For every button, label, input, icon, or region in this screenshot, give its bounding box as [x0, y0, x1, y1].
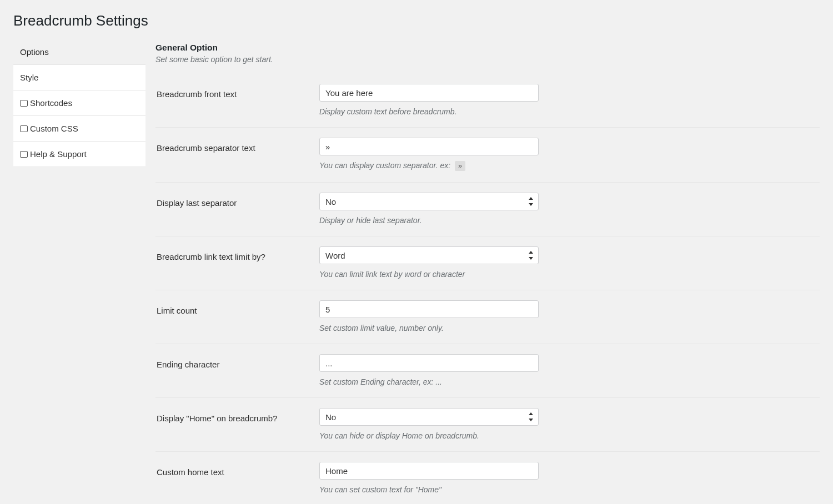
help-ending-char: Set custom Ending character, ex: ...: [319, 377, 809, 386]
tab-style-label: Style: [20, 73, 38, 82]
tab-custom-css-label: Custom CSS: [30, 124, 78, 133]
section-subtitle: Set some basic option to get start.: [155, 55, 820, 64]
input-front-text[interactable]: [319, 84, 539, 102]
label-separator-text: Breadcrumb separator text: [155, 128, 319, 183]
input-home-text[interactable]: [319, 462, 539, 480]
label-ending-char: Ending character: [155, 344, 319, 398]
sidebar-tabs: Options Style Shortcodes Custom CSS Help…: [13, 39, 145, 167]
tab-shortcodes-label: Shortcodes: [30, 98, 72, 108]
select-last-separator[interactable]: No: [319, 193, 539, 210]
section-header: General Option Set some basic option to …: [155, 39, 820, 66]
separator-example-chip: »: [455, 161, 465, 171]
label-display-home: Display "Home" on breadcrumb?: [155, 398, 319, 452]
row-front-text: Breadcrumb front text Display custom tex…: [155, 74, 820, 128]
row-limit-by: Breadcrumb link text limit by? Word You …: [155, 236, 820, 290]
layout: Options Style Shortcodes Custom CSS Help…: [13, 39, 820, 504]
help-limit-by: You can limit link text by word or chara…: [319, 270, 809, 279]
row-separator-text: Breadcrumb separator text You can displa…: [155, 128, 820, 183]
form-table: Breadcrumb front text Display custom tex…: [155, 74, 820, 504]
row-last-separator: Display last separator No Display or hid…: [155, 183, 820, 236]
tab-style[interactable]: Style: [13, 64, 145, 90]
tab-shortcodes[interactable]: Shortcodes: [13, 90, 145, 115]
help-last-separator: Display or hide last separator.: [319, 216, 809, 225]
page-title: Breadcrumb Settings: [13, 0, 820, 39]
tab-options[interactable]: Options: [13, 39, 145, 64]
tab-custom-css[interactable]: Custom CSS: [13, 115, 145, 141]
help-home-text: You can set custom text for "Home": [319, 485, 809, 494]
square-icon: [20, 100, 28, 107]
label-front-text: Breadcrumb front text: [155, 74, 319, 128]
input-ending-char[interactable]: [319, 354, 539, 372]
tab-options-label: Options: [20, 47, 49, 57]
input-limit-count[interactable]: [319, 300, 539, 318]
help-front-text: Display custom text before breadcrumb.: [319, 107, 809, 116]
row-limit-count: Limit count Set custom limit value, numb…: [155, 290, 820, 344]
select-limit-by[interactable]: Word: [319, 246, 539, 264]
label-home-text: Custom home text: [155, 452, 319, 504]
help-display-home: You can hide or display Home on breadcru…: [319, 431, 809, 440]
settings-panel: General Option Set some basic option to …: [145, 39, 820, 504]
tab-help-support-label: Help & Support: [30, 149, 87, 159]
help-separator-text: You can display custom separator. ex: »: [319, 161, 809, 171]
row-home-text: Custom home text You can set custom text…: [155, 452, 820, 504]
tab-help-support[interactable]: Help & Support: [13, 141, 145, 167]
row-display-home: Display "Home" on breadcrumb? No You can…: [155, 398, 820, 452]
section-title: General Option: [155, 43, 820, 53]
label-limit-count: Limit count: [155, 290, 319, 344]
input-separator-text[interactable]: [319, 138, 539, 155]
page-wrapper: Breadcrumb Settings Options Style Shortc…: [0, 0, 833, 504]
select-display-home[interactable]: No: [319, 408, 539, 426]
help-limit-count: Set custom limit value, number only.: [319, 324, 809, 332]
square-icon: [20, 151, 28, 158]
square-icon: [20, 125, 28, 132]
row-ending-char: Ending character Set custom Ending chara…: [155, 344, 820, 398]
label-limit-by: Breadcrumb link text limit by?: [155, 236, 319, 290]
label-last-separator: Display last separator: [155, 183, 319, 236]
